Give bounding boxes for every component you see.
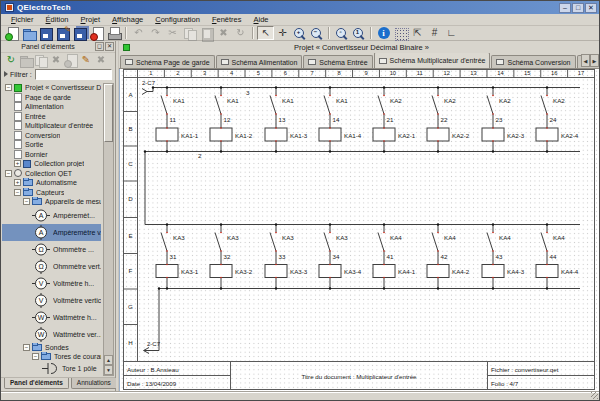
float-panel-button[interactable]: ◻ [95,42,104,51]
tree-item-collection-qet[interactable]: −Collection QET [2,169,101,179]
zoom-reset-button[interactable]: 1 [350,26,367,40]
tree-item-bornier[interactable]: Bornier [2,150,101,160]
tree-item-page-de-garde[interactable]: Page de garde [2,93,101,103]
add-terminal-button[interactable]: # [426,26,443,40]
move-view-button[interactable]: ✛ [274,26,291,40]
tree-expander[interactable]: − [5,170,12,177]
tab-schema-page-de-garde[interactable]: Schéma Page de garde [120,55,215,68]
zoom-fit-button[interactable]: ▫ [333,26,350,40]
delete-button: ✖ [215,26,232,40]
add-conductor-button[interactable]: ∟ [443,26,460,40]
page-icon [14,150,22,159]
tree-expander[interactable]: − [32,353,39,360]
schema-tab-label: Schéma Entrée [319,59,367,66]
element-box [482,128,504,141]
tree-item-collection-projet[interactable]: +Collection projet [2,159,101,169]
tree-item-voltmetre-vertical[interactable]: VVoltmètre vertical [2,292,101,309]
tree-item-capteurs[interactable]: −Capteurs [2,188,101,198]
schematic-canvas[interactable]: 1234567891011121314151617ABCDEFGHAuteur … [119,69,599,392]
tab-scroll-left-button[interactable]: ◀ [581,54,590,67]
terminal-number: 32 [224,253,231,260]
tree-expander[interactable]: + [14,179,21,186]
tree-item-entree[interactable]: Entrée [2,112,101,122]
menu-affichage[interactable]: Affichage [106,15,149,24]
box-label: KA2-1 [398,132,416,139]
tree-item-alimentation[interactable]: Alimentation [2,102,101,112]
close-button[interactable]: ✕ [585,3,597,13]
save-button[interactable] [37,26,54,40]
tree-expander[interactable]: + [14,160,21,167]
add-text-button[interactable]: ⇱ [409,26,426,40]
tree-item-voltmetre-h[interactable]: VVoltmètre h... [2,275,101,292]
close-file-button[interactable] [88,26,105,40]
svg-text:V: V [39,280,44,287]
scroll-up-button[interactable]: ▲ [104,355,113,365]
info-button[interactable]: i [375,26,392,40]
column-label: 15 [524,70,530,76]
filter-icon [4,71,8,77]
save-all-button[interactable] [71,26,88,40]
tree-item-wattmetre-ver[interactable]: WWattmètre ver... [2,326,101,343]
tree-item-projet-convertisseur-deci[interactable]: −Projet « Convertisseur Déci... [2,83,101,93]
tab-schema-entree[interactable]: Schéma Entrée [303,55,372,68]
tree-item-ohmmetre-vert[interactable]: ΩOhmmètre vert... [2,258,101,275]
element-box [156,128,178,141]
tree-item-appareils-de-mesure[interactable]: −Appareils de mesure [2,197,101,207]
elements-panel-toolbar: ↻✖✎✖ [1,53,115,67]
titlebar[interactable]: QElectroTech – □ ✕ [1,1,599,14]
column-label: 17 [578,70,584,76]
tree-item-automatisme[interactable]: +Automatisme [2,178,101,188]
reload-collections-button[interactable]: ↻ [3,53,18,67]
elements-panel-header: Panel d'éléments ◻ ✕ [1,41,115,53]
titleblock-folio: Folio : 4/7 [491,380,519,387]
info-icon: i [376,26,392,41]
menu-fenetres[interactable]: Fenêtres [206,15,248,24]
zoom-in-button[interactable]: + [291,26,308,40]
zoom-out-button[interactable]: − [308,26,325,40]
open-project-button[interactable] [20,26,37,40]
grid-button[interactable] [392,26,409,40]
tree-scrollbar[interactable]: ▲ ▼ [103,83,114,376]
meter-element-icon: W [32,310,50,325]
panel-tab-panel-d-elements[interactable]: Panel d'éléments [4,378,69,389]
tree-item-ohmmetre[interactable]: ΩOhmmètre ... [2,241,101,258]
edit-element-button[interactable]: ✎ [78,53,93,67]
tab-scroll-right-button[interactable]: ▶ [590,54,599,67]
tree-item-conversion[interactable]: Conversion [2,131,101,141]
tree-expander[interactable]: − [14,189,21,196]
filter-input[interactable] [35,69,112,80]
tree-item-amperemet[interactable]: AAmpèremèt... [2,207,101,224]
close-panel-button[interactable]: ✕ [105,42,114,51]
tab-schema-alimentation[interactable]: Schéma Alimentation [216,55,303,68]
menu-aide[interactable]: Aide [248,15,275,24]
tree-item-sortie[interactable]: Sortie [2,140,101,150]
undo-button: ↶ [130,26,147,40]
tree-expander[interactable]: − [23,344,30,351]
folder-icon [41,353,51,360]
new-document-button[interactable] [3,26,20,40]
tree-expander[interactable]: − [23,198,30,205]
tab-schema-conversion[interactable]: Schéma Conversion [491,55,575,68]
maximize-button[interactable]: □ [572,3,584,13]
panel-tab-annulations[interactable]: Annulations [71,378,117,389]
minimize-button[interactable]: – [559,3,571,13]
menu-fichier[interactable]: Fichier [5,15,40,24]
scrollbar-thumb[interactable] [104,84,113,142]
scroll-down-button[interactable]: ▼ [104,365,113,375]
tree-item-sondes[interactable]: −Sondes [2,343,101,353]
tree-item-multiplicateur-d-entree[interactable]: Multiplicateur d'entrée [2,121,101,131]
tree-item-wattmetre-h[interactable]: WWattmètre h... [2,309,101,326]
tree-expander[interactable]: − [5,84,12,91]
menu-projet[interactable]: Projet [74,15,106,24]
menu-configuration[interactable]: Configuration [149,15,206,24]
tab-schema-multiplicateur-d-entree[interactable]: Schéma Multiplicateur d'entrée [374,53,491,68]
schematic-drawing[interactable]: 1234567891011121314151617ABCDEFGHAuteur … [120,69,600,394]
resize-grip[interactable] [591,392,598,399]
tree-item-amperemetre-v[interactable]: AAmpèremètre v... [2,224,101,241]
select-pointer-button[interactable]: ↖ [257,26,274,40]
new-element-icon [63,53,78,68]
tree-item-tores-de-courant[interactable]: −Tores de courant [2,352,101,362]
tree-item-tore-1-pole[interactable]: Tore 1 pôle [2,362,101,375]
print-button[interactable] [105,26,122,40]
save-as-button[interactable]: ✎ [54,26,71,40]
